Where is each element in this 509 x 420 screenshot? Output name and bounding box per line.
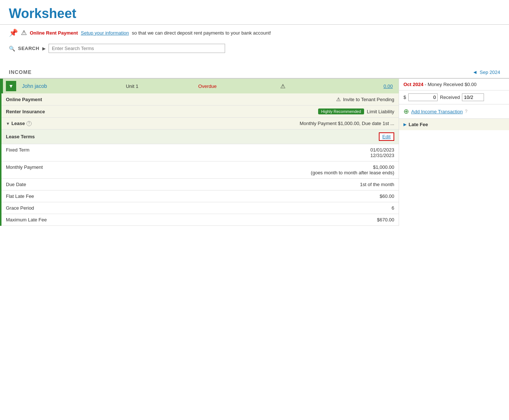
lease-details: Monthly Payment $1,000.00, Due date 1st … <box>300 121 394 126</box>
renter-insurance-row: Renter Insurance Highly Recommended Limi… <box>1 106 399 118</box>
highly-recommended-badge: Highly Recommended <box>318 108 364 114</box>
lease-help-icon[interactable]: ? <box>26 121 32 126</box>
fixed-term-label: Fixed Term <box>6 147 370 153</box>
income-section: INCOME ◄ Sep 2024 <box>0 66 509 78</box>
warning-icon: ⚠ <box>21 29 27 37</box>
late-fee-expand-icon[interactable]: ▶ <box>403 122 406 127</box>
online-payment-warn-icon: ⚠ <box>336 96 341 102</box>
notif-text-red: Online Rent Payment <box>30 30 78 36</box>
grace-period-row: Grace Period 6 <box>1 202 399 214</box>
date-input[interactable] <box>462 93 484 101</box>
monthly-payment-row: Monthly Payment $1,000.00 (goes month to… <box>1 161 399 179</box>
income-nav: ◄ Sep 2024 <box>472 69 500 75</box>
tenant-status: Overdue <box>173 83 242 89</box>
grace-period-label: Grace Period <box>6 205 392 211</box>
amount-input[interactable] <box>408 93 438 101</box>
payment-input-row: $ Received <box>399 90 509 104</box>
grace-period-value: 6 <box>392 205 394 211</box>
dollar-sign: $ <box>403 95 406 100</box>
content-area: ▼ John jacob Unit 1 Overdue ⚠ 0.00 Onlin… <box>0 78 509 226</box>
page-title: Worksheet <box>9 6 500 21</box>
add-income-link[interactable]: Add Income Transaction <box>411 109 463 114</box>
search-icon: 🔍 <box>9 46 15 51</box>
limit-liability-text: Limit Liability <box>367 109 394 114</box>
flat-late-fee-row: Flat Late Fee $60.00 <box>1 191 399 202</box>
renter-insurance-right: Highly Recommended Limit Liability <box>318 108 394 114</box>
online-payment-right: ⚠ Invite to Tenant Pending <box>336 96 394 102</box>
search-bar: 🔍 SEARCH ▶ <box>0 41 509 56</box>
renter-insurance-label: Renter Insurance <box>6 109 318 114</box>
income-header: INCOME ◄ Sep 2024 <box>9 66 500 78</box>
tenant-row: ▼ John jacob Unit 1 Overdue ⚠ 0.00 <box>1 79 399 93</box>
monthly-payment-value: $1,000.00 (goes month to month after lea… <box>311 164 394 175</box>
search-expand-arrow[interactable]: ▶ <box>42 46 46 51</box>
left-panel: ▼ John jacob Unit 1 Overdue ⚠ 0.00 Onlin… <box>0 79 399 226</box>
online-payment-row: Online Payment ⚠ Invite to Tenant Pendin… <box>1 93 399 106</box>
fixed-term-row: Fixed Term 01/01/2023 12/31/2023 <box>1 144 399 161</box>
right-title-money: - Money Received $0.00 <box>425 82 477 87</box>
lease-label: Lease <box>11 121 25 126</box>
nav-left-arrow[interactable]: ◄ <box>472 69 477 75</box>
income-period: Sep 2024 <box>480 70 500 75</box>
due-date-label: Due Date <box>6 182 360 187</box>
fixed-term-date2: 12/31/2023 <box>370 153 394 158</box>
search-label: SEARCH <box>18 46 39 51</box>
tenant-amount[interactable]: 0.00 <box>323 83 396 89</box>
monthly-payment-note: (goes month to month after lease ends) <box>311 170 394 175</box>
monthly-payment-label: Monthly Payment <box>6 164 311 170</box>
flat-late-fee-label: Flat Late Fee <box>6 193 380 199</box>
received-label: Received <box>440 95 460 100</box>
add-icon: ⊕ <box>403 107 409 115</box>
max-late-fee-label: Maximum Late Fee <box>6 217 377 223</box>
late-fee-label: Late Fee <box>409 122 428 127</box>
right-title-date: Oct 2024 <box>403 82 423 87</box>
right-panel: Oct 2024 - Money Received $0.00 $ Receiv… <box>399 79 509 226</box>
due-date-value: 1st of the month <box>360 182 394 187</box>
lease-toggle-icon[interactable]: ▼ <box>6 121 10 126</box>
max-late-fee-value: $670.00 <box>377 217 394 223</box>
due-date-row: Due Date 1st of the month <box>1 179 399 191</box>
notification-bar: 📌 ⚠ Online Rent Payment Setup your infor… <box>0 25 509 41</box>
notif-text-rest: so that we can direct deposit rent payme… <box>132 30 271 36</box>
right-panel-header: Oct 2024 - Money Received $0.00 <box>399 79 509 90</box>
fixed-term-value: 01/01/2023 12/31/2023 <box>370 147 394 158</box>
search-input[interactable] <box>49 44 225 53</box>
tenant-toggle-button[interactable]: ▼ <box>6 81 16 91</box>
add-income-row: ⊕ Add Income Transaction ? <box>399 104 509 119</box>
late-fee-row: ▶ Late Fee <box>399 119 509 130</box>
tenant-unit: Unit 1 <box>97 83 167 89</box>
online-payment-label: Online Payment <box>6 97 336 102</box>
add-income-help-icon[interactable]: ? <box>465 109 467 114</box>
lease-terms-row: Lease Terms Edit <box>1 129 399 144</box>
page-header: Worksheet <box>0 0 509 25</box>
tenant-warning-icon: ⚠ <box>248 83 317 90</box>
max-late-fee-row: Maximum Late Fee $670.00 <box>1 214 399 226</box>
tenant-name: John jacob <box>22 83 92 89</box>
online-payment-status: Invite to Tenant Pending <box>343 97 394 102</box>
lease-terms-label: Lease Terms <box>6 134 379 139</box>
setup-link[interactable]: Setup your information <box>81 30 129 36</box>
pin-icon: 📌 <box>9 28 18 37</box>
flat-late-fee-value: $60.00 <box>380 193 394 199</box>
lease-row: ▼ Lease ? Monthly Payment $1,000.00, Due… <box>1 118 399 129</box>
edit-button[interactable]: Edit <box>379 132 394 141</box>
monthly-payment-amount: $1,000.00 <box>311 164 394 170</box>
income-title: INCOME <box>9 69 32 75</box>
fixed-term-date1: 01/01/2023 <box>370 147 394 153</box>
